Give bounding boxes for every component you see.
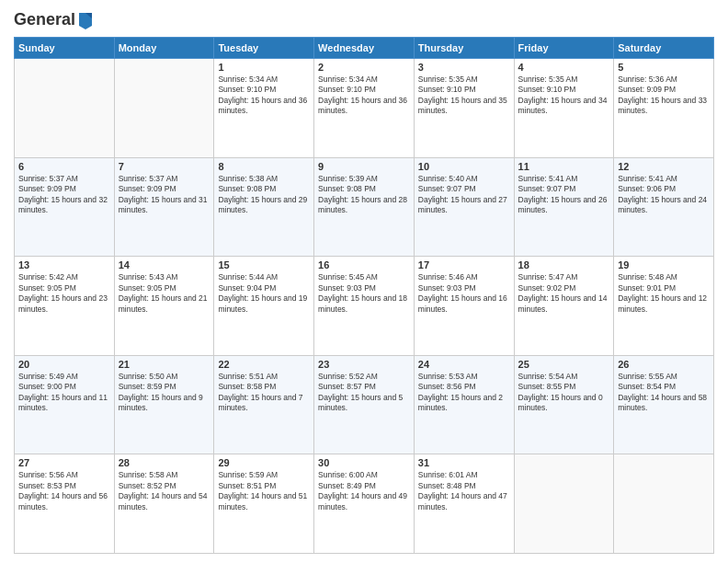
day-info: Sunrise: 5:59 AM Sunset: 8:51 PM Dayligh…: [218, 470, 310, 512]
day-number: 9: [318, 161, 410, 172]
day-info: Sunrise: 5:51 AM Sunset: 8:58 PM Dayligh…: [218, 372, 310, 414]
day-number: 7: [119, 161, 210, 172]
calendar-week-row: 13Sunrise: 5:42 AM Sunset: 9:05 PM Dayli…: [15, 257, 714, 356]
day-info: Sunrise: 5:56 AM Sunset: 8:53 PM Dayligh…: [18, 470, 110, 512]
calendar-cell: 29Sunrise: 5:59 AM Sunset: 8:51 PM Dayli…: [214, 454, 314, 554]
day-number: 31: [418, 457, 510, 468]
day-info: Sunrise: 5:54 AM Sunset: 8:55 PM Dayligh…: [518, 372, 610, 414]
day-number: 3: [418, 62, 510, 73]
day-number: 30: [318, 457, 410, 468]
day-info: Sunrise: 5:38 AM Sunset: 9:08 PM Dayligh…: [218, 174, 310, 216]
calendar-cell: [114, 59, 214, 158]
day-number: 25: [518, 359, 610, 370]
day-number: 29: [218, 457, 310, 468]
day-info: Sunrise: 5:50 AM Sunset: 8:59 PM Dayligh…: [119, 372, 210, 414]
weekday-header: Friday: [514, 38, 614, 59]
day-number: 27: [18, 457, 110, 468]
weekday-header: Thursday: [414, 38, 514, 59]
logo: General: [14, 9, 94, 29]
calendar-cell: 8Sunrise: 5:38 AM Sunset: 9:08 PM Daylig…: [214, 157, 314, 257]
day-number: 15: [218, 259, 310, 270]
day-number: 14: [119, 259, 210, 270]
calendar-cell: 23Sunrise: 5:52 AM Sunset: 8:57 PM Dayli…: [314, 355, 415, 454]
day-info: Sunrise: 5:43 AM Sunset: 9:05 PM Dayligh…: [119, 272, 210, 315]
day-number: 8: [218, 161, 310, 172]
day-info: Sunrise: 5:40 AM Sunset: 9:07 PM Dayligh…: [418, 174, 510, 216]
calendar-cell: 20Sunrise: 5:49 AM Sunset: 9:00 PM Dayli…: [15, 355, 115, 454]
calendar-table: SundayMondayTuesdayWednesdayThursdayFrid…: [14, 37, 714, 554]
day-info: Sunrise: 5:39 AM Sunset: 9:08 PM Dayligh…: [318, 174, 410, 216]
calendar-cell: 24Sunrise: 5:53 AM Sunset: 8:56 PM Dayli…: [414, 355, 514, 454]
calendar-body: 1Sunrise: 5:34 AM Sunset: 9:10 PM Daylig…: [15, 59, 714, 554]
day-number: 12: [618, 161, 710, 172]
day-number: 20: [18, 359, 110, 370]
day-number: 16: [318, 259, 410, 270]
weekday-header: Tuesday: [214, 38, 314, 59]
calendar-cell: 12Sunrise: 5:41 AM Sunset: 9:06 PM Dayli…: [614, 157, 714, 257]
calendar-cell: 4Sunrise: 5:35 AM Sunset: 9:10 PM Daylig…: [514, 59, 614, 158]
page: General SundayMondayTuesdayWednesdayThur…: [0, 0, 728, 563]
day-number: 24: [418, 359, 510, 370]
day-info: Sunrise: 5:48 AM Sunset: 9:01 PM Dayligh…: [618, 272, 710, 315]
calendar-cell: [514, 454, 614, 554]
logo-general: General: [14, 10, 75, 29]
weekday-header: Wednesday: [314, 38, 415, 59]
calendar-cell: [614, 454, 714, 554]
calendar-cell: 13Sunrise: 5:42 AM Sunset: 9:05 PM Dayli…: [15, 257, 115, 356]
calendar-cell: 19Sunrise: 5:48 AM Sunset: 9:01 PM Dayli…: [614, 257, 714, 356]
day-number: 23: [318, 359, 410, 370]
day-info: Sunrise: 5:41 AM Sunset: 9:06 PM Dayligh…: [618, 174, 710, 216]
calendar-cell: 16Sunrise: 5:45 AM Sunset: 9:03 PM Dayli…: [314, 257, 415, 356]
day-info: Sunrise: 6:00 AM Sunset: 8:49 PM Dayligh…: [318, 470, 410, 512]
day-number: 1: [218, 62, 310, 73]
calendar-cell: 10Sunrise: 5:40 AM Sunset: 9:07 PM Dayli…: [414, 157, 514, 257]
day-info: Sunrise: 5:36 AM Sunset: 9:09 PM Dayligh…: [618, 75, 710, 117]
day-number: 21: [119, 359, 210, 370]
calendar-cell: 26Sunrise: 5:55 AM Sunset: 8:54 PM Dayli…: [614, 355, 714, 454]
calendar-cell: 14Sunrise: 5:43 AM Sunset: 9:05 PM Dayli…: [114, 257, 214, 356]
day-info: Sunrise: 5:41 AM Sunset: 9:07 PM Dayligh…: [518, 174, 610, 216]
day-number: 4: [518, 62, 610, 73]
day-info: Sunrise: 5:53 AM Sunset: 8:56 PM Dayligh…: [418, 372, 510, 414]
calendar-cell: 5Sunrise: 5:36 AM Sunset: 9:09 PM Daylig…: [614, 59, 714, 158]
header: General: [14, 9, 714, 29]
day-info: Sunrise: 5:58 AM Sunset: 8:52 PM Dayligh…: [119, 470, 210, 512]
calendar-cell: 3Sunrise: 5:35 AM Sunset: 9:10 PM Daylig…: [414, 59, 514, 158]
calendar-cell: 15Sunrise: 5:44 AM Sunset: 9:04 PM Dayli…: [214, 257, 314, 356]
calendar-week-row: 27Sunrise: 5:56 AM Sunset: 8:53 PM Dayli…: [15, 454, 714, 554]
calendar-cell: 18Sunrise: 5:47 AM Sunset: 9:02 PM Dayli…: [514, 257, 614, 356]
calendar-cell: 31Sunrise: 6:01 AM Sunset: 8:48 PM Dayli…: [414, 454, 514, 554]
calendar-cell: 6Sunrise: 5:37 AM Sunset: 9:09 PM Daylig…: [15, 157, 115, 257]
calendar-cell: 2Sunrise: 5:34 AM Sunset: 9:10 PM Daylig…: [314, 59, 415, 158]
calendar-cell: [15, 59, 115, 158]
day-number: 19: [618, 259, 710, 270]
day-info: Sunrise: 5:55 AM Sunset: 8:54 PM Dayligh…: [618, 372, 710, 414]
day-number: 10: [418, 161, 510, 172]
calendar-week-row: 1Sunrise: 5:34 AM Sunset: 9:10 PM Daylig…: [15, 59, 714, 158]
weekday-header: Sunday: [15, 38, 115, 59]
calendar-cell: 9Sunrise: 5:39 AM Sunset: 9:08 PM Daylig…: [314, 157, 415, 257]
calendar-cell: 17Sunrise: 5:46 AM Sunset: 9:03 PM Dayli…: [414, 257, 514, 356]
day-info: Sunrise: 5:44 AM Sunset: 9:04 PM Dayligh…: [218, 272, 310, 315]
calendar-week-row: 6Sunrise: 5:37 AM Sunset: 9:09 PM Daylig…: [15, 157, 714, 257]
calendar-cell: 1Sunrise: 5:34 AM Sunset: 9:10 PM Daylig…: [214, 59, 314, 158]
calendar-cell: 22Sunrise: 5:51 AM Sunset: 8:58 PM Dayli…: [214, 355, 314, 454]
day-info: Sunrise: 5:37 AM Sunset: 9:09 PM Dayligh…: [18, 174, 110, 216]
day-number: 22: [218, 359, 310, 370]
day-number: 13: [18, 259, 110, 270]
day-number: 26: [618, 359, 710, 370]
calendar-cell: 27Sunrise: 5:56 AM Sunset: 8:53 PM Dayli…: [15, 454, 115, 554]
day-info: Sunrise: 5:37 AM Sunset: 9:09 PM Dayligh…: [119, 174, 210, 216]
calendar-cell: 21Sunrise: 5:50 AM Sunset: 8:59 PM Dayli…: [114, 355, 214, 454]
day-info: Sunrise: 5:34 AM Sunset: 9:10 PM Dayligh…: [218, 75, 310, 117]
day-info: Sunrise: 5:35 AM Sunset: 9:10 PM Dayligh…: [418, 75, 510, 117]
day-number: 18: [518, 259, 610, 270]
calendar-week-row: 20Sunrise: 5:49 AM Sunset: 9:00 PM Dayli…: [15, 355, 714, 454]
weekday-header: Saturday: [614, 38, 714, 59]
day-number: 28: [119, 457, 210, 468]
calendar-cell: 7Sunrise: 5:37 AM Sunset: 9:09 PM Daylig…: [114, 157, 214, 257]
day-number: 6: [18, 161, 110, 172]
calendar-header-row: SundayMondayTuesdayWednesdayThursdayFrid…: [15, 38, 714, 59]
day-number: 2: [318, 62, 410, 73]
day-number: 11: [518, 161, 610, 172]
